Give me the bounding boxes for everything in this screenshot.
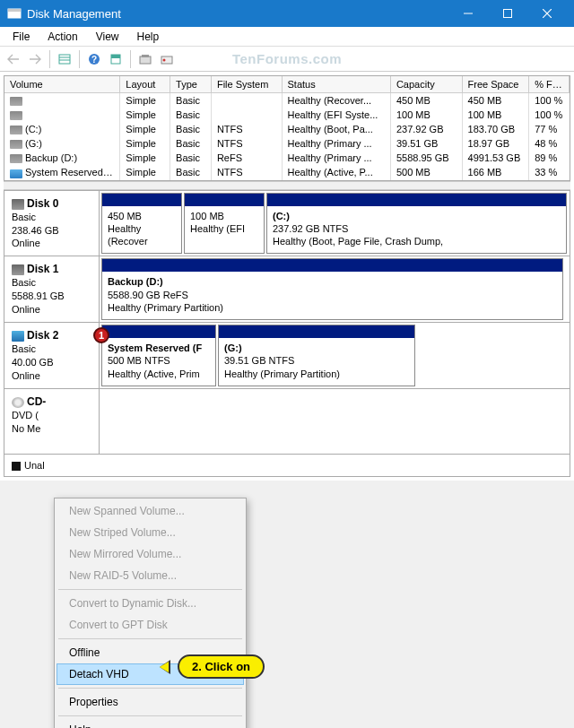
svg-point-16	[163, 58, 166, 61]
menu-item-new-mirrored-volume: New Mirrored Volume...	[57, 543, 244, 565]
col-status[interactable]: Status	[283, 76, 391, 92]
separator	[79, 50, 80, 68]
svg-rect-6	[59, 55, 70, 64]
app-icon	[7, 6, 22, 21]
separator	[49, 50, 50, 68]
menu-view[interactable]: View	[87, 29, 128, 45]
menu-item-convert-to-gpt-disk: Convert to GPT Disk	[57, 614, 244, 636]
menu-separator	[58, 688, 242, 689]
volume-icon	[10, 126, 22, 134]
menu-item-properties[interactable]: Properties	[57, 691, 244, 713]
svg-rect-1	[8, 9, 21, 12]
partition[interactable]: (G:)39.51 GB NTFSHealthy (Primary Partit…	[218, 325, 415, 386]
view-list-button[interactable]	[55, 49, 74, 69]
disk-icon	[12, 264, 24, 275]
action2-button[interactable]	[157, 49, 177, 69]
partition[interactable]: (C:)237.92 GB NTFSHealthy (Boot, Page Fi…	[266, 193, 567, 255]
menu-item-help[interactable]: Help	[57, 719, 244, 728]
partition[interactable]: 450 MBHealthy (Recover	[101, 193, 182, 255]
volume-icon	[10, 97, 22, 106]
col-filesystem[interactable]: File System	[212, 76, 283, 92]
back-button[interactable]	[4, 49, 23, 69]
forward-button[interactable]	[25, 49, 45, 69]
menu-file[interactable]: File	[4, 29, 39, 45]
maximize-button[interactable]	[488, 0, 527, 27]
disk-label[interactable]: 1Disk 2Basic40.00 GBOnline	[4, 323, 100, 388]
menu-separator	[58, 638, 242, 639]
menu-separator	[58, 589, 242, 590]
partition-bar	[267, 194, 566, 206]
disk-row: Disk 1Basic5588.91 GBOnlineBackup (D:)55…	[4, 256, 570, 323]
menu-item-new-spanned-volume: New Spanned Volume...	[57, 500, 244, 522]
partition-bar	[102, 325, 215, 338]
table-row[interactable]: SimpleBasicHealthy (EFI Syste...100 MB10…	[4, 108, 570, 122]
disk-label[interactable]: CD-DVD (No Me	[4, 389, 100, 454]
col-freespace[interactable]: Free Space	[463, 76, 530, 92]
table-row[interactable]: Backup (D:)SimpleBasicReFSHealthy (Prima…	[4, 151, 570, 165]
disk-icon	[12, 199, 24, 210]
partition[interactable]: 100 MBHealthy (EFI	[184, 193, 265, 255]
disk-row: 1Disk 2Basic40.00 GBOnlineSystem Reserve…	[4, 323, 570, 389]
table-header: Volume Layout Type File System Status Ca…	[4, 76, 570, 93]
col-type[interactable]: Type	[170, 76, 212, 92]
legend-square-icon	[12, 462, 21, 471]
disk-icon	[12, 331, 24, 342]
volume-icon	[10, 111, 22, 120]
svg-rect-3	[504, 10, 512, 18]
col-capacity[interactable]: Capacity	[391, 76, 463, 92]
menu-item-new-raid-5-volume: New RAID-5 Volume...	[57, 565, 244, 586]
partition[interactable]: System Reserved (F500 MB NTFSHealthy (Ac…	[101, 325, 216, 386]
step2-callout: 2. Click on	[160, 654, 265, 679]
table-row[interactable]: System Reserved (...SimpleBasicNTFSHealt…	[4, 165, 570, 179]
menu-help[interactable]: Help	[128, 29, 169, 45]
partition-bar	[102, 194, 181, 206]
volume-icon	[10, 154, 22, 163]
disk-row: CD-DVD (No Me	[4, 389, 570, 454]
menu-separator	[58, 715, 242, 716]
toolbar: ? TenForums.com	[0, 47, 574, 72]
close-button[interactable]	[527, 0, 567, 27]
separator	[130, 50, 131, 68]
svg-text:?: ?	[91, 55, 97, 65]
action1-button[interactable]	[135, 49, 155, 69]
titlebar: Disk Management	[0, 0, 574, 27]
disk-panel: Disk 0Basic238.46 GBOnline450 MBHealthy …	[4, 190, 570, 477]
volume-table: Volume Layout Type File System Status Ca…	[4, 75, 570, 181]
col-layout[interactable]: Layout	[120, 76, 170, 92]
menu-item-new-striped-volume: New Striped Volume...	[57, 522, 244, 543]
partition[interactable]: Backup (D:)5588.90 GB ReFSHealthy (Prima…	[101, 258, 563, 320]
menu-item-convert-to-dynamic-disk: Convert to Dynamic Disk...	[57, 593, 244, 614]
table-row[interactable]: SimpleBasicHealthy (Recover...450 MB450 …	[4, 93, 570, 108]
col-volume[interactable]: Volume	[4, 76, 120, 92]
disk-row: Disk 0Basic238.46 GBOnline450 MBHealthy …	[4, 191, 570, 257]
svg-rect-13	[140, 56, 151, 64]
svg-rect-12	[111, 55, 120, 58]
partition-bar	[219, 325, 414, 338]
disk-label[interactable]: Disk 0Basic238.46 GBOnline	[4, 191, 100, 256]
menu-action[interactable]: Action	[39, 29, 86, 45]
callout-text: 2. Click on	[178, 654, 265, 679]
context-menu: New Spanned Volume...New Striped Volume.…	[54, 498, 247, 728]
step1-badge: 1	[93, 327, 109, 343]
partition-bar	[185, 194, 264, 206]
help-button[interactable]: ?	[84, 49, 104, 69]
table-row[interactable]: (C:)SimpleBasicNTFSHealthy (Boot, Pa...2…	[4, 122, 570, 136]
svg-rect-14	[142, 55, 149, 57]
legend-unallocated: Unal	[4, 455, 52, 476]
minimize-button[interactable]	[448, 0, 488, 27]
menubar: File Action View Help	[0, 27, 574, 47]
window-title: Disk Management	[27, 7, 448, 21]
partition-bar	[102, 259, 562, 272]
col-percentfree[interactable]: % Free	[529, 76, 570, 92]
refresh-button[interactable]	[106, 49, 126, 69]
splitter[interactable]	[4, 181, 570, 190]
disk-icon	[12, 397, 24, 408]
legend-row: Unal	[4, 454, 570, 476]
volume-icon	[10, 140, 22, 149]
table-row[interactable]: (G:)SimpleBasicNTFSHealthy (Primary ...3…	[4, 136, 570, 151]
disk-label[interactable]: Disk 1Basic5588.91 GBOnline	[4, 256, 100, 322]
watermark: TenForums.com	[232, 51, 342, 66]
volume-icon	[10, 169, 22, 178]
